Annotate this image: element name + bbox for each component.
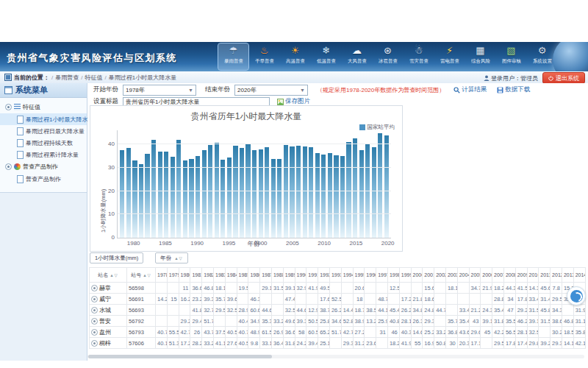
value-cell: 16.9 xyxy=(423,338,434,349)
value-cell: 36.6 xyxy=(283,327,295,338)
col-header-year-1983[interactable]: 1983 xyxy=(213,268,225,283)
toolbar-item-drought[interactable]: ♨ 干旱普查 xyxy=(249,43,279,70)
expand-toggle-icon[interactable] xyxy=(5,104,12,110)
col-header-year-2004[interactable]: 2004 xyxy=(457,268,469,283)
col-header-year-1981[interactable]: 1981 xyxy=(190,268,202,283)
col-header-year-1999[interactable]: 1999 xyxy=(399,268,411,283)
col-header-year-2006[interactable]: 2006 xyxy=(481,268,492,283)
breadcrumb-item[interactable]: 暴雨普查 xyxy=(55,74,79,81)
toolbar-item-risk[interactable]: ▦ 综合风险 xyxy=(465,43,495,70)
col-header-year-2012[interactable]: 2012 xyxy=(551,268,562,283)
value-cell: 46.8 xyxy=(562,316,573,327)
value-cell: 60.5 xyxy=(306,327,318,338)
col-header-year-1986[interactable]: 1986 xyxy=(248,268,260,283)
sidebar-item[interactable]: 普查产品制作 xyxy=(0,173,87,185)
col-header-year-1993[interactable]: 1993 xyxy=(329,268,341,283)
col-header-year-1987[interactable]: 1987 xyxy=(260,268,272,283)
start-year-select[interactable]: 1978年▼ xyxy=(123,85,196,96)
col-header-year-2010[interactable]: 2010 xyxy=(527,268,539,283)
value-cell: 32.5 xyxy=(225,305,237,316)
toolbar-item-hail[interactable]: ⊛ 冰雹普查 xyxy=(373,43,403,70)
sidebar-item[interactable]: 暴雨过程1小时最大降水量 xyxy=(0,113,87,125)
gridline xyxy=(118,213,391,214)
row-expand-icon[interactable] xyxy=(91,340,98,347)
col-header-year-2001[interactable]: 2001 xyxy=(423,268,434,283)
col-header-year-1996[interactable]: 1996 xyxy=(365,268,376,283)
chart-panel: 贵州省历年1小时最大降水量 国家站平均 1小时降水量(mm) 010203040… xyxy=(90,105,403,252)
toolbar-item-gale[interactable]: ☁ 大风普查 xyxy=(342,43,372,70)
expand-toggle-icon[interactable] xyxy=(5,163,12,170)
user-icon xyxy=(484,75,490,81)
toolbar-item-rainstorm[interactable]: ☂ 暴雨普查 xyxy=(218,43,248,70)
col-header-year-2000[interactable]: 2000 xyxy=(411,268,423,283)
value-cell: 29.3 xyxy=(423,316,434,327)
sidebar-group-0[interactable]: 特征值 xyxy=(0,101,87,113)
col-header-year-1989[interactable]: 1989 xyxy=(283,268,295,283)
end-year-select[interactable]: 2020年▼ xyxy=(234,85,308,96)
year-sort-box[interactable]: 年份 ▲▽ xyxy=(155,252,188,263)
toolbar-item-label: 系统设置 xyxy=(533,57,552,64)
toolbar-item-map-audit[interactable]: ▧ 图件审核 xyxy=(496,43,526,70)
col-header-year-1990[interactable]: 1990 xyxy=(295,268,306,283)
col-header-year-1994[interactable]: 1994 xyxy=(341,268,353,283)
download-button[interactable]: 数据下载 xyxy=(497,85,530,94)
calculate-button[interactable]: 计算结果 xyxy=(453,85,487,94)
col-header-year-1979[interactable]: 1979 xyxy=(167,268,179,283)
sidebar-item[interactable]: 暴雨过程日最大降水量 xyxy=(0,125,87,137)
value-cell: 36.4 xyxy=(271,338,283,349)
product-icon xyxy=(14,163,21,170)
table-controls: 1小时降水量(mm) 年份 ▲▽ xyxy=(90,252,587,263)
sidebar-item[interactable]: 暴雨过程累计降水量 xyxy=(0,149,87,160)
table-row: 普安 5679229.229.451.740.434.935.333.249.6… xyxy=(90,316,586,327)
col-header-year-1982[interactable]: 1982 xyxy=(202,268,214,283)
col-header-year-1995[interactable]: 1995 xyxy=(353,268,365,283)
sidebar-group-1[interactable]: 普查产品制作 xyxy=(0,160,87,173)
col-header-year-2008[interactable]: 2008 xyxy=(503,268,515,283)
lightning-icon: ⚡ xyxy=(446,43,453,57)
bar-2007 xyxy=(303,146,307,238)
col-header-year-2009[interactable]: 2009 xyxy=(515,268,527,283)
col-header-year-1980[interactable]: 1980 xyxy=(179,268,190,283)
breadcrumb-item[interactable]: 特征值 xyxy=(85,74,102,81)
col-header-station[interactable]: 站名 ▲▽ xyxy=(90,268,127,283)
col-header-station-id[interactable]: 站号 ▲▽ xyxy=(127,268,156,283)
login-user-label: 登录用户：管理员 xyxy=(484,74,538,82)
logout-button[interactable]: 退出系统 xyxy=(542,72,585,84)
col-header-year-1997[interactable]: 1997 xyxy=(376,268,388,283)
col-header-year-1991[interactable]: 1991 xyxy=(306,268,318,283)
value-filter-box[interactable]: 1小时降水量(mm) xyxy=(90,252,143,263)
toolbar-item-settings[interactable]: ⚙ 系统设置 xyxy=(527,43,557,70)
row-expand-icon[interactable] xyxy=(91,285,98,291)
scrollbar-thumb[interactable] xyxy=(88,355,272,358)
col-header-year-1988[interactable]: 1988 xyxy=(271,268,283,283)
toolbar-item-snow[interactable]: ☃ 雪灾普查 xyxy=(404,43,434,70)
sidebar-item[interactable]: 暴雨过程持续天数 xyxy=(0,137,87,149)
toolbar-item-high-temp[interactable]: ☀ 高温普查 xyxy=(280,43,310,70)
value-cell: 17.6 xyxy=(318,294,330,305)
col-header-year-1998[interactable]: 1998 xyxy=(387,268,399,283)
col-header-year-2014[interactable]: 2014 xyxy=(573,268,585,283)
col-header-year-1992[interactable]: 1992 xyxy=(318,268,330,283)
col-header-year-2011[interactable]: 2011 xyxy=(539,268,551,283)
value-cell: 43 xyxy=(469,316,481,327)
breadcrumb-item[interactable]: 暴雨过程1小时最大降水量 xyxy=(109,74,176,81)
col-header-year-2002[interactable]: 2002 xyxy=(434,268,446,283)
col-header-year-2013[interactable]: 2013 xyxy=(562,268,573,283)
row-expand-icon[interactable] xyxy=(91,329,98,336)
row-expand-icon[interactable] xyxy=(91,296,98,302)
row-expand-icon[interactable] xyxy=(91,318,98,325)
value-cell xyxy=(365,283,376,294)
col-header-year-1978[interactable]: 1978 xyxy=(156,268,168,283)
toolbar-item-lightning[interactable]: ⚡ 雷电普查 xyxy=(434,43,465,70)
col-header-year-1985[interactable]: 1985 xyxy=(237,268,248,283)
value-cell: 28.1 xyxy=(399,316,411,327)
row-expand-icon[interactable] xyxy=(91,307,98,314)
toolbar-item-low-temp[interactable]: ❄ 低温普查 xyxy=(311,43,341,70)
feedback-widget[interactable] xyxy=(567,286,586,305)
col-header-year-2007[interactable]: 2007 xyxy=(492,268,504,283)
value-cell xyxy=(445,305,457,316)
col-header-year-2003[interactable]: 2003 xyxy=(445,268,457,283)
value-cell: 20.6 xyxy=(353,283,365,294)
col-header-year-1984[interactable]: 1984 xyxy=(225,268,237,283)
col-header-year-2005[interactable]: 2005 xyxy=(469,268,481,283)
